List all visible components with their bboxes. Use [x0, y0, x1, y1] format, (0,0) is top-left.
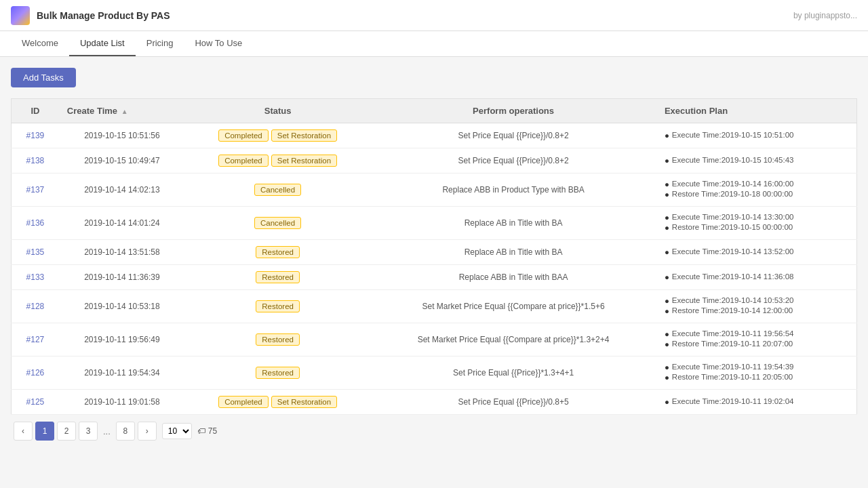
plan-dot-icon: ● [665, 224, 669, 232]
row-status: CompletedSet Restoration [185, 390, 370, 415]
status-badge-main: Restored [256, 367, 300, 379]
row-id[interactable]: #137 [12, 174, 59, 207]
row-execution-plan: ●Execute Time:2019-10-14 11:36:08 [656, 265, 857, 290]
row-create-time: 2019-10-11 19:56:49 [59, 323, 185, 357]
row-operations: Replace AB in Title with BA [370, 207, 656, 240]
nav-tabs: Welcome Update List Pricing How To Use [0, 31, 868, 57]
row-id[interactable]: #127 [12, 323, 59, 357]
row-execution-plan: ●Execute Time:2019-10-15 10:51:00 [656, 123, 857, 148]
status-badge-main: Restored [256, 300, 300, 312]
status-badge-main: Cancelled [254, 184, 301, 196]
row-execution-plan: ●Execute Time:2019-10-14 16:00:00●Restor… [656, 174, 857, 207]
tab-how-to-use[interactable]: How To Use [184, 31, 253, 56]
status-badge-main: Cancelled [254, 217, 301, 229]
row-status: CompletedSet Restoration [185, 148, 370, 174]
row-status: Restored [185, 290, 370, 323]
table-row: #1262019-10-11 19:54:34RestoredSet Price… [12, 357, 857, 390]
plan-item: ●Execute Time:2019-10-14 11:36:08 [665, 272, 848, 281]
tab-update-list[interactable]: Update List [69, 31, 136, 56]
plan-dot-icon: ● [665, 273, 669, 281]
table-row: #1252019-10-11 19:01:58CompletedSet Rest… [12, 390, 857, 415]
row-id[interactable]: #133 [12, 265, 59, 290]
col-operations: Perform operations [370, 99, 656, 123]
page-button-3[interactable]: 3 [79, 422, 98, 441]
row-status: Restored [185, 357, 370, 390]
plan-text: Execute Time:2019-10-14 16:00:00 [672, 180, 794, 188]
page-button-1[interactable]: 1 [35, 422, 54, 441]
plan-dot-icon: ● [665, 180, 669, 188]
table-row: #1372019-10-14 14:02:13CancelledReplace … [12, 174, 857, 207]
table-row: #1352019-10-14 13:51:58RestoredReplace A… [12, 240, 857, 265]
plan-text: Execute Time:2019-10-14 11:36:08 [672, 272, 794, 281]
table-row: #1332019-10-14 11:36:39RestoredReplace A… [12, 265, 857, 290]
plan-dot-icon: ● [665, 297, 669, 305]
plan-item: ●Execute Time:2019-10-11 19:56:54 [665, 329, 848, 338]
row-create-time: 2019-10-15 10:49:47 [59, 148, 185, 174]
table-row: #1382019-10-15 10:49:47CompletedSet Rest… [12, 148, 857, 174]
status-badge-main: Restored [256, 271, 300, 283]
table-row: #1392019-10-15 10:51:56CompletedSet Rest… [12, 123, 857, 148]
page-size-select[interactable]: 10 20 50 [162, 423, 192, 439]
next-page-button[interactable]: › [138, 422, 157, 441]
row-id[interactable]: #128 [12, 290, 59, 323]
plan-dot-icon: ● [665, 398, 669, 406]
col-status: Status [185, 99, 370, 123]
plan-text: Execute Time:2019-10-14 10:53:20 [672, 296, 794, 304]
plan-item: ●Execute Time:2019-10-15 10:51:00 [665, 131, 848, 140]
plan-dot-icon: ● [665, 190, 669, 199]
page-button-2[interactable]: 2 [57, 422, 76, 441]
row-status: Restored [185, 265, 370, 290]
plan-item: ●Execute Time:2019-10-11 19:54:39 [665, 363, 848, 371]
plan-text: Restore Time:2019-10-11 20:07:00 [672, 340, 793, 348]
plan-text: Execute Time:2019-10-11 19:02:04 [672, 397, 794, 405]
row-operations: Replace ABB in Title with BAA [370, 265, 656, 290]
row-status: Restored [185, 240, 370, 265]
plan-dot-icon: ● [665, 363, 669, 371]
row-id[interactable]: #138 [12, 148, 59, 174]
status-badge-main: Completed [218, 396, 269, 408]
row-execution-plan: ●Execute Time:2019-10-14 10:53:20●Restor… [656, 290, 857, 323]
status-badge-secondary: Set Restoration [271, 396, 337, 408]
row-operations: Set Market Price Equal {{Compare at pric… [370, 290, 656, 323]
row-execution-plan: ●Execute Time:2019-10-11 19:54:39●Restor… [656, 357, 857, 390]
pagination: ‹ 1 2 3 ... 8 › 10 20 50 🏷 75 [11, 415, 857, 447]
table-row: #1272019-10-11 19:56:49RestoredSet Marke… [12, 323, 857, 357]
row-execution-plan: ●Execute Time:2019-10-15 10:45:43 [656, 148, 857, 174]
col-id: ID [12, 99, 59, 123]
tab-pricing[interactable]: Pricing [136, 31, 184, 56]
col-create-time[interactable]: Create Time ▲ [59, 99, 185, 123]
plan-item: ●Restore Time:2019-10-14 12:00:00 [665, 306, 848, 315]
plan-item: ●Execute Time:2019-10-15 10:45:43 [665, 156, 848, 165]
table-body: #1392019-10-15 10:51:56CompletedSet Rest… [12, 123, 857, 415]
row-id[interactable]: #139 [12, 123, 59, 148]
row-execution-plan: ●Execute Time:2019-10-11 19:02:04 [656, 390, 857, 415]
plan-item: ●Execute Time:2019-10-14 13:52:00 [665, 247, 848, 256]
status-badge-secondary: Set Restoration [271, 155, 337, 167]
plan-item: ●Restore Time:2019-10-18 00:00:00 [665, 190, 848, 199]
prev-page-button[interactable]: ‹ [14, 422, 33, 441]
page-button-8[interactable]: 8 [116, 422, 135, 441]
data-table: ID Create Time ▲ Status Perform operatio… [11, 98, 857, 415]
row-execution-plan: ●Execute Time:2019-10-11 19:56:54●Restor… [656, 323, 857, 357]
status-badge-main: Restored [256, 333, 300, 346]
plan-text: Execute Time:2019-10-14 13:30:00 [672, 213, 794, 221]
row-id[interactable]: #125 [12, 390, 59, 415]
row-id[interactable]: #126 [12, 357, 59, 390]
tab-welcome[interactable]: Welcome [11, 31, 69, 56]
row-operations: Replace ABB in Product Type with BBA [370, 174, 656, 207]
row-operations: Replace AB in Title with BA [370, 240, 656, 265]
status-badge-secondary: Set Restoration [271, 129, 337, 142]
plan-text: Execute Time:2019-10-11 19:54:39 [672, 363, 794, 371]
row-id[interactable]: #136 [12, 207, 59, 240]
plugin-credit: by pluginappsto... [793, 11, 857, 20]
status-badge-main: Completed [218, 129, 269, 142]
top-bar: Bulk Manage Product By PAS by pluginapps… [0, 0, 868, 31]
plan-item: ●Restore Time:2019-10-11 20:07:00 [665, 340, 848, 348]
plan-text: Restore Time:2019-10-11 20:05:00 [672, 373, 793, 381]
row-create-time: 2019-10-11 19:54:34 [59, 357, 185, 390]
row-id[interactable]: #135 [12, 240, 59, 265]
add-tasks-button[interactable]: Add Tasks [11, 68, 76, 87]
total-icon: 🏷 [197, 426, 205, 436]
row-create-time: 2019-10-15 10:51:56 [59, 123, 185, 148]
table-row: #1282019-10-14 10:53:18RestoredSet Marke… [12, 290, 857, 323]
